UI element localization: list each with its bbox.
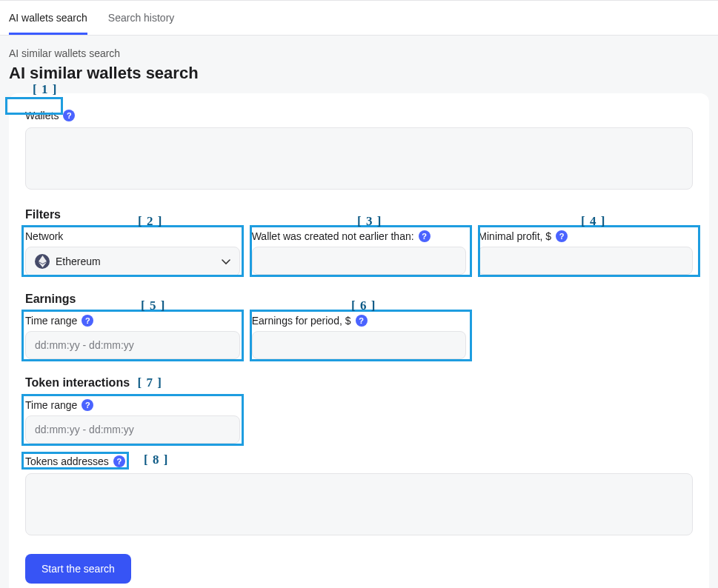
min-profit-input[interactable] (478, 247, 693, 275)
wallet-created-input[interactable] (252, 247, 467, 275)
wallets-label-text: Wallets (25, 110, 59, 121)
wallets-label: Wallets ? (25, 110, 693, 121)
network-field: Network Ethereum (25, 230, 240, 276)
tabs-nav: AI wallets search Search history (0, 0, 718, 36)
earnings-time-range-input[interactable] (25, 331, 240, 359)
token-interactions-heading: Token interactions [ 7 ] (25, 375, 693, 390)
help-icon[interactable]: ? (113, 455, 125, 467)
earnings-for-period-label-text: Earnings for period, $ (252, 315, 351, 327)
token-time-range-field: Time range ? (25, 399, 240, 444)
annotation-marker-6: [ 6 ] (351, 298, 376, 313)
earnings-for-period-label: Earnings for period, $ ? (252, 315, 467, 327)
earnings-time-range-label: Time range ? (25, 315, 240, 327)
network-label-text: Network (25, 230, 63, 242)
tab-ai-wallets-search[interactable]: AI wallets search (9, 1, 87, 35)
ethereum-icon (35, 254, 50, 269)
annotation-marker-5: [ 5 ] (141, 298, 165, 313)
start-search-button[interactable]: Start the search (25, 554, 131, 584)
search-form-card: [ 1 ] Wallets ? Filters [ 2 ] [ 3 ] [ 4 … (9, 93, 709, 588)
tokens-addresses-label-text: Tokens addresses (25, 455, 109, 467)
help-icon[interactable]: ? (556, 230, 568, 242)
help-icon[interactable]: ? (419, 230, 431, 242)
wallet-created-label-text: Wallet was created not earlier than: (252, 230, 414, 242)
help-icon[interactable]: ? (63, 110, 75, 121)
help-icon[interactable]: ? (82, 315, 93, 327)
network-select[interactable]: Ethereum (25, 247, 240, 276)
annotation-marker-1: [ 1 ] (33, 82, 57, 97)
network-label: Network (25, 230, 240, 242)
page-title: AI similar wallets search (0, 64, 718, 93)
help-icon[interactable]: ? (82, 399, 93, 411)
min-profit-label: Minimal profit, $ ? (478, 230, 693, 242)
earnings-time-range-field: Time range ? (25, 315, 240, 359)
chevron-down-icon (222, 255, 230, 267)
annotation-marker-4: [ 4 ] (581, 214, 605, 229)
tokens-addresses-label: Tokens addresses ? (25, 455, 693, 467)
earnings-row: [ 5 ] [ 6 ] Time range ? Earnings for pe… (25, 315, 693, 359)
page-container: AI wallets search Search history AI simi… (0, 0, 718, 588)
network-selected-value: Ethereum (56, 255, 101, 267)
earnings-for-period-input[interactable] (252, 331, 467, 359)
help-icon[interactable]: ? (356, 315, 368, 327)
min-profit-label-text: Minimal profit, $ (478, 230, 551, 242)
token-time-range-label: Time range ? (25, 399, 240, 411)
annotation-marker-7: [ 7 ] (138, 375, 162, 390)
token-row: Time range ? (25, 399, 693, 444)
filters-row: [ 2 ] [ 3 ] [ 4 ] Network Ethereum (25, 230, 693, 276)
annotation-marker-2: [ 2 ] (138, 214, 162, 229)
wallet-created-label: Wallet was created not earlier than: ? (252, 230, 467, 242)
token-interactions-heading-text: Token interactions (25, 376, 130, 389)
min-profit-field: Minimal profit, $ ? (478, 230, 693, 276)
earnings-time-range-label-text: Time range (25, 315, 77, 327)
wallet-created-field: Wallet was created not earlier than: ? (252, 230, 467, 276)
breadcrumb: AI similar wallets search (0, 36, 718, 64)
tab-search-history[interactable]: Search history (108, 1, 174, 35)
wallets-textarea[interactable] (25, 127, 693, 190)
annotation-marker-3: [ 3 ] (357, 214, 382, 229)
tokens-addresses-textarea[interactable] (25, 473, 693, 535)
tokens-addresses-section: [ 8 ] Tokens addresses ? (25, 455, 693, 538)
token-time-range-label-text: Time range (25, 399, 77, 411)
earnings-for-period-field: Earnings for period, $ ? (252, 315, 467, 359)
token-time-range-input[interactable] (25, 415, 240, 444)
annotation-marker-8: [ 8 ] (144, 452, 168, 467)
